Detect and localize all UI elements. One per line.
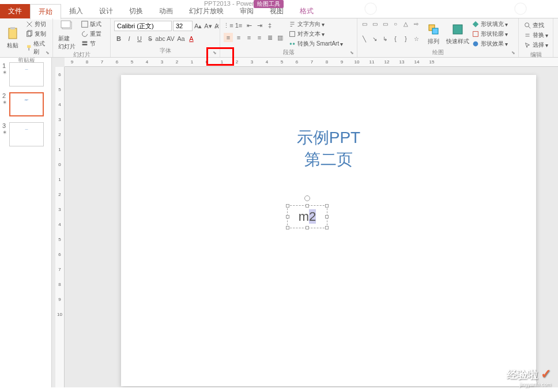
replace-button[interactable]: 替换 ▾ — [522, 31, 549, 40]
increase-font-icon[interactable]: A▴ — [194, 21, 202, 31]
shape-rect-icon[interactable]: ▭ — [360, 20, 369, 28]
numbering-icon[interactable]: 1≡ — [234, 21, 243, 30]
resize-handle[interactable] — [325, 226, 329, 229]
find-button[interactable]: 查找 — [522, 21, 549, 30]
svg-rect-12 — [82, 44, 88, 46]
resize-handle[interactable] — [286, 204, 289, 208]
shape-conn-icon[interactable]: ↳ — [380, 35, 390, 43]
layout-button[interactable]: 版式 — [80, 20, 103, 29]
tab-file[interactable]: 文件 — [0, 4, 30, 18]
tab-insert[interactable]: 插入 — [61, 4, 91, 18]
shape-outline-button[interactable]: 形状轮廓 ▾ — [470, 29, 509, 39]
slide-thumb-1[interactable]: — — [9, 62, 44, 86]
tab-design[interactable]: 设计 — [91, 4, 121, 18]
font-name-combo[interactable] — [114, 21, 172, 31]
section-button[interactable]: 节 — [80, 39, 103, 48]
align-center-icon[interactable]: ≡ — [234, 33, 243, 42]
paragraph-launcher[interactable]: ⬊ — [350, 50, 356, 56]
shadow-icon[interactable]: abc — [156, 34, 165, 43]
slide-thumb-2[interactable]: m² — [9, 92, 44, 116]
drawing-launcher[interactable]: ⬊ — [511, 50, 517, 56]
shape-star-icon[interactable]: ☆ — [412, 35, 421, 43]
shape-rect3-icon[interactable]: ▭ — [380, 20, 390, 28]
new-slide-label: 新建 幻灯片 — [58, 35, 76, 51]
reset-button[interactable]: 重置 — [80, 29, 103, 39]
decrease-font-icon[interactable]: A▾ — [203, 21, 212, 31]
align-right-icon[interactable]: ≡ — [244, 33, 254, 42]
justify-icon[interactable]: ≡ — [255, 33, 264, 42]
resize-handle[interactable] — [325, 215, 329, 218]
shape-arrow2-icon[interactable]: ↘ — [370, 35, 379, 43]
thumb-num-3: 3 — [2, 122, 9, 129]
slide-thumb-3[interactable]: — — [9, 122, 44, 146]
new-slide-button[interactable]: 新建 幻灯片 — [55, 20, 78, 51]
svg-rect-10 — [82, 21, 88, 28]
resize-handle[interactable] — [306, 204, 309, 208]
resize-handle[interactable] — [286, 215, 289, 218]
align-text-button[interactable]: 对齐文本 ▾ — [287, 29, 344, 39]
increase-indent-icon[interactable]: ⇥ — [255, 21, 264, 30]
change-case-icon[interactable]: Aa — [176, 34, 186, 43]
watermark: 经验啦 ✓ jingyanla.com — [507, 367, 551, 387]
shape-arrow-icon[interactable]: ⇨ — [412, 20, 421, 28]
resize-handle[interactable] — [325, 204, 329, 208]
text-direction-button[interactable]: 文字方向 ▾ — [287, 20, 344, 29]
shape-tri-icon[interactable]: △ — [401, 20, 410, 28]
ruler-vertical[interactable]: 654321012345678910 — [55, 67, 65, 387]
shape-fill-button[interactable]: 形状填充 ▾ — [470, 20, 509, 29]
smartart-button[interactable]: 转换为 SmartArt ▾ — [287, 39, 344, 48]
tab-transitions[interactable]: 切换 — [121, 4, 151, 18]
decrease-indent-icon[interactable]: ⇤ — [244, 21, 254, 30]
line-spacing-icon[interactable]: ‡ — [265, 21, 274, 30]
select-button[interactable]: 选择 ▾ — [522, 40, 549, 50]
svg-point-1 — [515, 3, 526, 14]
slide-title[interactable]: 示例PPT 第二页 — [121, 127, 536, 171]
ribbon: 粘贴 剪切 复制 格式刷 剪贴板 ⬊ 新建 幻灯片 版式 重置 节 幻灯片 — [0, 18, 558, 58]
shape-line-icon[interactable]: ╲ — [360, 35, 369, 43]
font-size-combo[interactable] — [173, 21, 193, 31]
arrange-button[interactable]: 排列 — [422, 20, 445, 48]
distribute-icon[interactable]: ≣ — [265, 33, 274, 42]
shape-effects-button[interactable]: 形状效果 ▾ — [470, 39, 509, 48]
underline-icon[interactable]: U — [135, 34, 144, 43]
cut-button[interactable]: 剪切 — [24, 20, 50, 29]
title-line2: 第二页 — [121, 149, 536, 171]
slide-canvas[interactable]: 示例PPT 第二页 m2 — [121, 75, 536, 386]
check-icon: ✓ — [541, 367, 551, 381]
copy-button[interactable]: 复制 — [24, 29, 50, 39]
work-area: 1✶ — 2✶ m² 3✶ — 987654321012345678910111… — [0, 58, 558, 387]
svg-rect-18 — [453, 25, 462, 34]
columns-icon[interactable]: ▥ — [276, 33, 285, 42]
group-drawing: ▭ ▭ ▭ ○ △ ⇨ ╲ ↘ ↳ { } ☆ 排列 快速样式 — [357, 18, 519, 57]
clear-format-icon[interactable]: A̷ — [214, 21, 220, 31]
spacing-icon[interactable]: AV — [166, 34, 175, 43]
textbox-m2[interactable]: m2 — [287, 205, 327, 228]
align-left-icon[interactable]: ≡ — [224, 33, 233, 42]
italic-icon[interactable]: I — [125, 34, 134, 43]
shape-oval-icon[interactable]: ○ — [391, 20, 400, 28]
bullets-icon[interactable]: ⋮≡ — [224, 21, 233, 30]
svg-rect-7 — [28, 48, 29, 51]
shape-rect2-icon[interactable]: ▭ — [370, 20, 379, 28]
shape-brace2-icon[interactable]: } — [401, 35, 410, 43]
decorative-gear — [356, 0, 385, 17]
group-editing: 查找 替换 ▾ 选择 ▾ 编辑 — [519, 18, 553, 57]
shapes-gallery[interactable]: ▭ ▭ ▭ ○ △ ⇨ ╲ ↘ ↳ { } ☆ — [360, 20, 421, 48]
tab-home[interactable]: 开始 — [30, 4, 61, 20]
contextual-tab-label: 绘图工具 — [254, 0, 284, 8]
rotate-handle[interactable] — [304, 195, 310, 201]
paste-button[interactable]: 粘贴 — [2, 20, 23, 56]
tab-format[interactable]: 格式 — [292, 4, 322, 18]
resize-handle[interactable] — [286, 226, 289, 229]
bold-icon[interactable]: B — [114, 34, 123, 43]
resize-handle[interactable] — [306, 226, 309, 229]
tab-animations[interactable]: 动画 — [151, 4, 181, 18]
shape-brace-icon[interactable]: { — [391, 35, 400, 43]
textbox-content[interactable]: m2 — [299, 209, 316, 224]
strikethrough-icon[interactable]: S̶ — [145, 34, 154, 43]
quick-styles-button[interactable]: 快速样式 — [446, 20, 469, 48]
ruler-horizontal[interactable]: 9876543210123456789101112131415 — [65, 58, 558, 67]
font-color-icon[interactable]: A — [187, 34, 196, 43]
clipboard-launcher[interactable]: ⬊ — [46, 50, 51, 56]
svg-rect-19 — [473, 32, 478, 37]
